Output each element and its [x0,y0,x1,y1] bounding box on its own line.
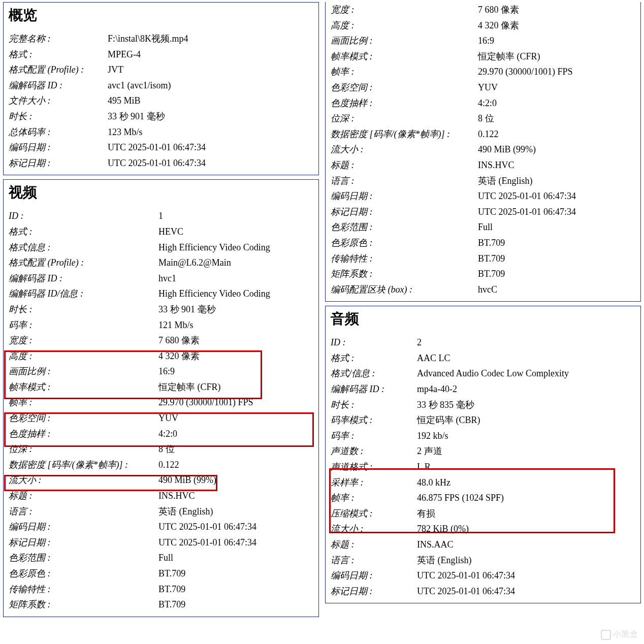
property-value: INS.HVC [478,157,514,173]
property-label: 格式 : [9,47,108,62]
property-value: UTC 2025-01-01 06:47:34 [158,535,256,551]
property-row: ID :2 [331,335,635,350]
audio-rows: ID :2格式 :AAC LC格式/信息 :Advanced Audio Cod… [331,335,635,599]
property-value: UTC 2025-01-01 06:47:34 [108,155,206,171]
property-value: 4 320 像素 [158,348,200,364]
property-row: 高度 :4 320 像素 [331,18,635,34]
property-value: 123 Mb/s [108,124,143,140]
video-panel-right: 宽度 :7 680 像素高度 :4 320 像素画面比例 :16:9帧率模式 :… [325,2,641,302]
property-value: 33 秒 901 毫秒 [158,302,216,317]
property-value: 48.0 kHz [417,475,450,491]
property-row: 编码配置区块 (box) :hvcC [331,282,635,298]
property-value: L R [417,459,431,475]
property-label: 帧率 : [331,490,417,506]
overview-panel: 概览 完整名称 :F:\instal\8K视频.mp4格式 :MPEG-4格式配… [3,2,319,175]
cube-icon [601,630,611,640]
property-row: 流大小 :782 KiB (0%) [331,521,635,537]
property-label: 编码配置区块 (box) : [331,282,478,298]
property-row: 编解码器 ID :hvc1 [9,271,313,286]
property-label: 文件大小 : [9,93,108,109]
property-value: UTC 2025-01-01 06:47:34 [158,519,256,535]
property-value: 恒定帧率 (CFR) [478,49,540,65]
property-value: MPEG-4 [108,47,141,62]
property-row: 帧率 :46.875 FPS (1024 SPF) [331,490,635,506]
property-value: 8 位 [478,111,494,126]
property-label: 画面比例 : [9,364,158,379]
property-row: 语言 :英语 (English) [331,553,635,568]
property-row: 采样率 :48.0 kHz [331,475,635,491]
property-label: ID : [331,335,417,350]
property-label: 编解码器 ID : [331,381,417,397]
property-value: 192 kb/s [417,428,448,444]
property-label: 声道格式 : [331,459,417,475]
property-label: 流大小 : [9,472,158,488]
property-label: 数据密度 [码率/(像素*帧率)] : [9,457,158,473]
property-value: BT.709 [478,251,505,267]
property-row: 标题 :INS.HVC [9,488,313,504]
property-value: High Efficiency Video Coding [158,240,270,255]
property-label: 色度抽样 : [331,95,478,111]
property-value: 16:9 [158,364,175,379]
property-row: 宽度 :7 680 像素 [9,333,313,348]
property-row: 标记日期 :UTC 2025-01-01 06:47:34 [331,204,635,220]
property-label: 码率 : [9,317,158,333]
property-value: 29.970 (30000/1001) FPS [158,395,253,410]
property-value: 490 MiB (99%) [158,472,216,488]
property-label: 数据密度 [码率/(像素*帧率)] : [331,126,478,142]
property-value: 4 320 像素 [478,18,519,34]
property-value: BT.709 [158,597,185,613]
property-value: UTC 2025-01-01 06:47:34 [108,140,206,155]
property-label: 位深 : [331,111,478,126]
property-value: avc1 (avc1/isom) [108,78,171,93]
property-label: 时长 : [9,302,158,317]
property-label: 编解码器 ID/信息 : [9,286,158,302]
property-row: 标题 :INS.AAC [331,537,635,553]
property-label: 格式 : [9,224,158,240]
property-row: 帧率模式 :恒定帧率 (CFR) [9,379,313,395]
property-label: 标记日期 : [331,204,478,220]
property-value: Main@L6.2@Main [158,255,231,271]
property-value: 1 [158,208,163,224]
property-row: 格式 :MPEG-4 [9,47,313,62]
property-label: 压缩模式 : [331,506,417,522]
property-label: 标记日期 : [331,584,417,599]
property-label: 标题 : [331,157,478,173]
property-value: BT.709 [158,582,185,597]
property-label: ID : [9,208,158,224]
property-label: 时长 : [9,109,108,124]
property-value: 33 秒 835 毫秒 [417,397,474,413]
property-value: Full [478,219,493,235]
property-row: 时长 :33 秒 901 毫秒 [9,302,313,317]
property-label: 色彩范围 : [9,550,158,566]
property-row: 矩阵系数 :BT.709 [9,597,313,613]
property-label: 标记日期 : [9,535,158,551]
property-row: 矩阵系数 :BT.709 [331,266,635,282]
property-label: 色度抽样 : [9,426,158,442]
property-value: 英语 (English) [417,553,472,568]
property-value: 恒定帧率 (CFR) [158,379,221,395]
property-row: 码率 :121 Mb/s [9,317,313,333]
property-value: YUV [158,410,178,426]
property-row: 格式配置 (Profile) :Main@L6.2@Main [9,255,313,271]
property-value: INS.AAC [417,537,454,553]
property-value: 英语 (English) [478,173,533,189]
property-label: 声道数 : [331,443,417,459]
property-row: 格式 :AAC LC [331,350,635,366]
property-label: 编码日期 : [9,140,108,155]
property-label: 帧率模式 : [9,379,158,395]
property-row: 色彩原色 :BT.709 [331,235,635,251]
property-value: BT.709 [478,235,505,251]
property-label: 语言 : [9,504,158,520]
property-label: 编解码器 ID : [9,271,158,286]
property-label: 流大小 : [331,521,417,537]
property-label: 宽度 : [9,333,158,348]
property-row: 编解码器 ID :avc1 (avc1/isom) [9,78,313,93]
property-value: High Efficiency Video Coding [158,286,270,302]
property-row: 语言 :英语 (English) [331,173,635,189]
property-row: 标记日期 :UTC 2025-01-01 06:47:34 [331,584,635,599]
property-row: 数据密度 [码率/(像素*帧率)] :0.122 [331,126,635,142]
property-value: 121 Mb/s [158,317,194,333]
property-label: 采样率 : [331,475,417,491]
property-row: 高度 :4 320 像素 [9,348,313,364]
property-value: JVT [108,62,123,78]
